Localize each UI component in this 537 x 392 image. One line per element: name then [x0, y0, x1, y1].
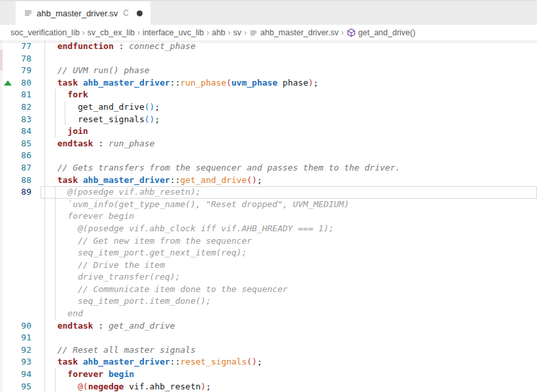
breadcrumb-item-sv[interactable]: sv [234, 28, 242, 37]
line-number[interactable]: 77 [0, 41, 41, 53]
code-token: ; [257, 357, 262, 367]
code-line[interactable]: `uvm_info(get_type_name(), "Reset droppe… [0, 199, 537, 211]
line-number[interactable]: 79 [0, 65, 41, 77]
code-text: reset_signals(); [41, 114, 537, 126]
line-number[interactable] [0, 271, 41, 284]
line-number[interactable] [0, 223, 41, 235]
line-number[interactable]: 86 [0, 150, 41, 162]
code-line[interactable]: 94 forever begin [0, 368, 537, 381]
line-number[interactable]: 83 [0, 114, 41, 126]
line-number[interactable]: 89 [0, 186, 41, 199]
code-line[interactable]: 91 [0, 332, 537, 344]
line-number[interactable]: 90 [0, 320, 41, 333]
line-number[interactable] [0, 284, 41, 296]
code-text: endfunction : connect_phase [41, 41, 537, 53]
line-number[interactable]: 92 [0, 344, 41, 357]
code-token: forever [67, 369, 103, 379]
line-number[interactable] [0, 295, 41, 308]
code-text: // UVM run() phase [41, 65, 537, 77]
code-editor[interactable]: 77 endfunction : connect_phase7879 // UV… [0, 41, 537, 392]
code-token [47, 321, 58, 331]
line-number[interactable]: 82 [0, 101, 41, 114]
code-token: get_and_drive [181, 175, 247, 185]
code-token: uvm_phase [232, 78, 277, 88]
line-number[interactable] [0, 210, 41, 223]
code-text: @(posedge vif.ahb_resetn); [41, 186, 537, 199]
code-line[interactable]: 80 task ahb_master_driver::run_phase(uvm… [0, 77, 537, 90]
code-line[interactable]: 86 [0, 150, 537, 162]
code-token: // Drive the item [47, 260, 165, 270]
code-line[interactable]: seq_item_port.get_next_item(req); [0, 247, 537, 259]
breadcrumb-item-soc-verification-lib[interactable]: soc_verification_lib [10, 28, 80, 37]
code-line[interactable]: 90 endtask : get_and_drive [0, 320, 537, 333]
code-line[interactable]: 93 task ahb_master_driver::reset_signals… [0, 356, 537, 368]
line-number[interactable] [0, 259, 41, 272]
line-number[interactable] [0, 235, 41, 248]
code-line[interactable]: @(posedge vif.ahb_clock iff vif.AHB_HREA… [0, 223, 537, 235]
gutter-triangle-icon[interactable] [4, 80, 12, 86]
code-token [47, 382, 78, 391]
chevron-right-icon: › [80, 28, 88, 37]
code-token: endfunction [58, 41, 114, 51]
code-token: ahb_master_driver [83, 357, 170, 367]
code-token: task [58, 175, 78, 185]
code-line[interactable]: forever begin [0, 210, 537, 223]
line-number[interactable]: 81 [0, 89, 41, 101]
code-token: () [247, 357, 257, 367]
code-token [47, 163, 58, 172]
code-line[interactable]: 77 endfunction : connect_phase [0, 41, 537, 53]
code-line[interactable]: 87 // Gets transfers from the sequencer … [0, 162, 537, 174]
code-line[interactable]: // Communicate item done to the sequence… [0, 284, 537, 296]
code-text: task ahb_master_driver::reset_signals(); [41, 356, 537, 368]
code-token: // UVM run() phase [58, 65, 150, 75]
code-line[interactable]: 82 get_and_drive(); [0, 101, 537, 114]
code-line[interactable]: 81 fork [0, 89, 537, 101]
line-number[interactable]: 93 [0, 356, 41, 368]
code-line[interactable]: // Get new item from the sequencer [0, 235, 537, 248]
code-token: // Gets transfers from the sequencer and… [58, 163, 400, 172]
code-line[interactable]: 78 [0, 53, 537, 65]
line-number[interactable]: 88 [0, 174, 41, 187]
code-line[interactable]: 79 // UVM run() phase [0, 65, 537, 77]
code-token [47, 41, 58, 51]
code-line[interactable]: end [0, 308, 537, 320]
code-token [47, 175, 58, 185]
line-number[interactable]: 94 [0, 368, 41, 381]
code-line[interactable]: // Drive the item [0, 259, 537, 272]
chevron-right-icon: › [226, 28, 234, 37]
code-line[interactable]: 84 join [0, 125, 537, 138]
line-number[interactable]: 87 [0, 162, 41, 174]
code-text: `uvm_info(get_type_name(), "Reset droppe… [41, 199, 537, 211]
line-number[interactable]: 80 [0, 77, 41, 90]
line-number[interactable] [0, 247, 41, 259]
line-number[interactable]: 91 [0, 332, 41, 344]
breadcrumb-item-file[interactable]: ahb_master_driver.sv [249, 28, 339, 37]
line-number[interactable]: 84 [0, 125, 41, 138]
code-line[interactable]: 88 task ahb_master_driver::get_and_drive… [0, 174, 537, 187]
line-number[interactable] [0, 308, 41, 320]
tab-ahb-master-driver[interactable]: ahb_master_driver.sv C [16, 1, 150, 25]
code-token: ( [226, 78, 232, 88]
breadcrumb-item-ahb[interactable]: ahb [212, 28, 226, 37]
code-token: ) [201, 382, 206, 391]
code-line[interactable]: 95 @(negedge vif.ahb_resetn); [0, 381, 537, 392]
line-number[interactable]: 85 [0, 138, 41, 150]
code-token [78, 78, 83, 88]
line-number[interactable] [0, 199, 41, 211]
code-line[interactable]: 89 @(posedge vif.ahb_resetn); [0, 186, 537, 199]
breadcrumb-item-sv-cb-ex-lib[interactable]: sv_cb_ex_lib [88, 28, 135, 37]
line-number[interactable]: 78 [0, 53, 41, 65]
code-line[interactable]: 92 // Reset all master signals [0, 344, 537, 357]
code-text: // Gets transfers from the sequencer and… [41, 162, 537, 174]
breadcrumb-item-symbol[interactable]: get_and_drive() [347, 28, 416, 37]
dirty-indicator-icon[interactable] [137, 10, 143, 16]
code-text [41, 150, 537, 162]
code-line[interactable]: 85 endtask : run_phase [0, 138, 537, 150]
code-line[interactable]: 83 reset_signals(); [0, 114, 537, 126]
code-line[interactable]: drive_transfer(req); [0, 271, 537, 284]
line-number[interactable]: 95 [0, 381, 41, 392]
code-token: ahb_master_driver [83, 175, 170, 185]
breadcrumb-item-interface-uvc-lib[interactable]: interface_uvc_lib [143, 28, 204, 37]
code-line[interactable]: seq_item_port.item_done(); [0, 295, 537, 308]
code-text: task ahb_master_driver::get_and_drive(); [41, 174, 537, 187]
